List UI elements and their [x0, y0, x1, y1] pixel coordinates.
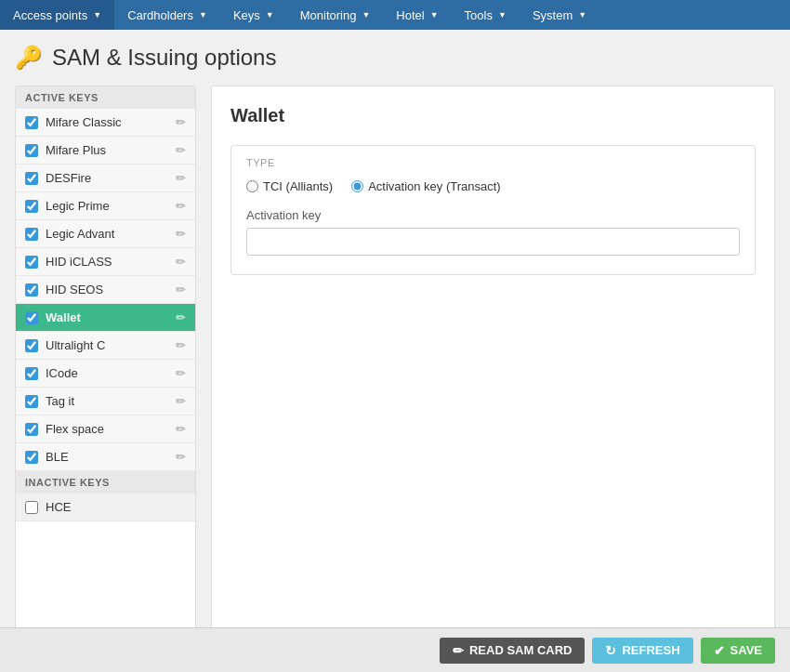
sidebar-label-ultralight-c: Ultralight C	[46, 338, 176, 352]
save-icon: ✔	[714, 643, 725, 658]
sidebar-item-ble[interactable]: BLE✏	[16, 443, 195, 471]
edit-icon-desfire[interactable]: ✏	[176, 171, 186, 185]
sidebar-checkbox-tag-it[interactable]	[25, 395, 38, 408]
edit-icon-hid-iclass[interactable]: ✏	[176, 255, 186, 269]
edit-icon-mifare-plus[interactable]: ✏	[176, 143, 186, 157]
sidebar-label-hid-seos: HID SEOS	[46, 283, 176, 296]
page-title: SAM & Issuing options	[52, 45, 276, 71]
sidebar-label-tag-it: Tag it	[46, 394, 176, 408]
sidebar-item-hid-iclass[interactable]: HID iCLASS✏	[16, 248, 195, 276]
edit-icon-ble[interactable]: ✏	[176, 450, 186, 464]
nav-hotel-caret: ▼	[430, 10, 439, 20]
sidebar-checkbox-legic-prime[interactable]	[25, 200, 38, 213]
sidebar-label-hid-iclass: HID iCLASS	[46, 255, 176, 269]
sidebar-item-legic-prime[interactable]: Legic Prime✏	[16, 192, 195, 220]
edit-icon-tag-it[interactable]: ✏	[176, 394, 186, 408]
edit-icon-hid-seos[interactable]: ✏	[176, 283, 186, 296]
refresh-icon: ↻	[605, 643, 616, 658]
nav-system[interactable]: System ▼	[520, 0, 599, 30]
read-sam-card-label: READ SAM CARD	[469, 643, 573, 657]
nav-cardholders[interactable]: Cardholders ▼	[114, 0, 220, 30]
sidebar-item-hce[interactable]: HCE	[16, 494, 195, 521]
sidebar-checkbox-legic-advant[interactable]	[25, 228, 38, 241]
edit-icon-icode[interactable]: ✏	[176, 366, 186, 380]
inactive-keys-header: INACTIVE KEYS	[16, 471, 195, 494]
type-radio-group: TCI (Alliants) Activation key (Transact)	[246, 179, 740, 193]
edit-icon-flex-space[interactable]: ✏	[176, 422, 186, 436]
sidebar-item-hid-seos[interactable]: HID SEOS✏	[16, 276, 195, 304]
sidebar-item-mifare-plus[interactable]: Mifare Plus✏	[16, 137, 195, 165]
sidebar-label-legic-prime: Legic Prime	[46, 199, 176, 213]
sidebar-label-ble: BLE	[46, 450, 176, 464]
sidebar-label-icode: ICode	[46, 366, 176, 380]
sidebar-checkbox-hid-iclass[interactable]	[25, 256, 38, 269]
sidebar-label-desfire: DESFire	[46, 171, 176, 185]
page-title-icon: 🔑	[15, 45, 43, 71]
edit-icon-mifare-classic[interactable]: ✏	[176, 115, 186, 129]
nav-tools-caret: ▼	[498, 10, 507, 20]
sidebar-item-tag-it[interactable]: Tag it✏	[16, 388, 195, 415]
refresh-label: REFRESH	[622, 643, 679, 657]
activation-key-radio[interactable]	[351, 180, 363, 192]
sidebar-checkbox-ultralight-c[interactable]	[25, 339, 38, 352]
main-content: Wallet TYPE TCI (Alliants) Activation ke…	[211, 86, 775, 657]
edit-icon-legic-advant[interactable]: ✏	[176, 227, 186, 241]
sidebar-item-flex-space[interactable]: Flex space✏	[16, 415, 195, 443]
nav-keys-caret: ▼	[266, 10, 274, 20]
sidebar-checkbox-ble[interactable]	[25, 451, 38, 464]
sidebar-label-wallet: Wallet	[46, 310, 176, 324]
wallet-section-title: Wallet	[230, 105, 756, 126]
tci-alliants-radio[interactable]	[246, 180, 258, 192]
sidebar-item-ultralight-c[interactable]: Ultralight C✏	[16, 332, 195, 360]
sidebar-checkbox-mifare-plus[interactable]	[25, 144, 38, 157]
activation-key-option[interactable]: Activation key (Transact)	[351, 179, 501, 193]
save-button[interactable]: ✔ SAVE	[701, 638, 775, 664]
nav-hotel[interactable]: Hotel ▼	[383, 0, 451, 30]
sidebar-label-legic-advant: Legic Advant	[46, 227, 176, 241]
sidebar-checkbox-flex-space[interactable]	[25, 423, 38, 436]
read-sam-card-icon: ✏	[453, 643, 464, 658]
read-sam-card-button[interactable]: ✏ READ SAM CARD	[440, 638, 586, 664]
type-label: TYPE	[246, 157, 740, 168]
tci-alliants-label: TCI (Alliants)	[263, 179, 333, 193]
bottom-toolbar: ✏ READ SAM CARD ↻ REFRESH ✔ SAVE	[0, 627, 790, 672]
sidebar-item-wallet[interactable]: Wallet✏	[16, 304, 195, 332]
sidebar-checkbox-hce[interactable]	[25, 501, 38, 514]
sidebar-checkbox-hid-seos[interactable]	[25, 283, 38, 296]
sidebar-item-icode[interactable]: ICode✏	[16, 360, 195, 388]
sidebar-label-hce: HCE	[46, 500, 186, 514]
tci-alliants-option[interactable]: TCI (Alliants)	[246, 179, 333, 193]
save-label: SAVE	[731, 643, 762, 657]
activation-key-label: Activation key (Transact)	[368, 179, 501, 193]
sidebar-item-mifare-classic[interactable]: Mifare Classic✏	[16, 109, 195, 137]
edit-icon-ultralight-c[interactable]: ✏	[176, 338, 186, 352]
nav-system-caret: ▼	[578, 10, 586, 20]
sidebar-checkbox-desfire[interactable]	[25, 172, 38, 185]
sidebar-checkbox-mifare-classic[interactable]	[25, 116, 38, 129]
nav-tools[interactable]: Tools ▼	[452, 0, 520, 30]
nav-monitoring-caret: ▼	[362, 10, 370, 20]
sidebar-item-desfire[interactable]: DESFire✏	[16, 165, 195, 192]
nav-keys[interactable]: Keys ▼	[220, 0, 287, 30]
sidebar: ACTIVE KEYS Mifare Classic✏Mifare Plus✏D…	[15, 86, 196, 657]
active-keys-header: ACTIVE KEYS	[16, 86, 195, 109]
activation-key-field-label: Activation key	[246, 208, 740, 222]
nav-cardholders-caret: ▼	[199, 10, 207, 20]
nav-access-points-caret: ▼	[93, 10, 101, 20]
sidebar-label-mifare-plus: Mifare Plus	[46, 143, 176, 157]
sidebar-scroll[interactable]: ACTIVE KEYS Mifare Classic✏Mifare Plus✏D…	[16, 86, 195, 521]
activation-key-input[interactable]	[246, 228, 740, 256]
page-container: 🔑 SAM & Issuing options ACTIVE KEYS Mifa…	[0, 30, 790, 672]
nav-monitoring[interactable]: Monitoring ▼	[287, 0, 384, 30]
nav-access-points[interactable]: Access points ▼	[0, 0, 114, 30]
sidebar-item-legic-advant[interactable]: Legic Advant✏	[16, 220, 195, 248]
refresh-button[interactable]: ↻ REFRESH	[592, 638, 692, 664]
content-area: ACTIVE KEYS Mifare Classic✏Mifare Plus✏D…	[15, 86, 775, 657]
sidebar-checkbox-wallet[interactable]	[25, 311, 38, 324]
sidebar-label-flex-space: Flex space	[46, 422, 176, 436]
edit-icon-legic-prime[interactable]: ✏	[176, 199, 186, 213]
type-section: TYPE TCI (Alliants) Activation key (Tran…	[230, 145, 756, 275]
top-navigation: Access points ▼ Cardholders ▼ Keys ▼ Mon…	[0, 0, 790, 30]
sidebar-checkbox-icode[interactable]	[25, 367, 38, 380]
edit-icon-wallet[interactable]: ✏	[176, 310, 186, 324]
